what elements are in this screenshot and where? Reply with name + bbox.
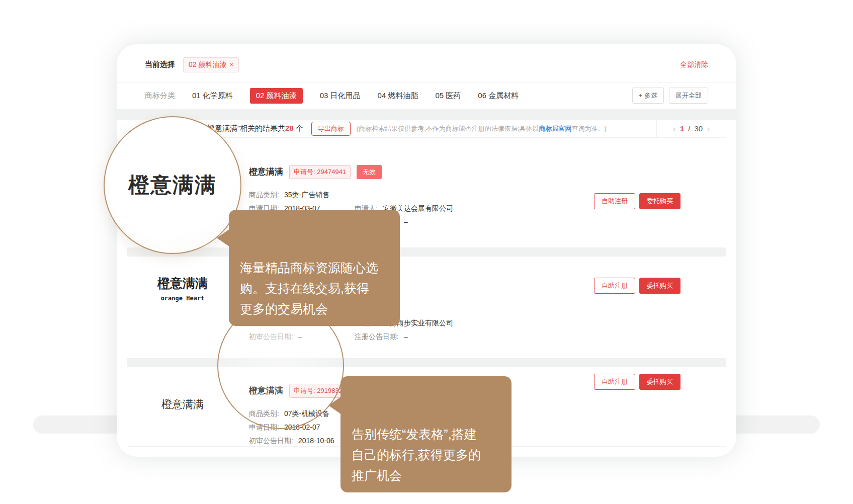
- tab-category-02-active[interactable]: 02 颜料油漆: [250, 88, 303, 104]
- first-publication-label: 初审公告日期:: [249, 437, 293, 444]
- application-number-badge: 申请号: 29474941: [289, 165, 351, 179]
- self-register-button[interactable]: 自助注册: [594, 278, 635, 294]
- trademark-thumbnail: 橙意满满 orange Heart: [148, 259, 217, 318]
- magnified-trademark-text: 橙意满满: [128, 171, 217, 199]
- trademark-name: 橙意满满: [249, 166, 283, 178]
- callout-bubble-trade-text: 海量精品商标资源随心选 购。支持在线交易,获得 更多的交易机会: [240, 261, 378, 316]
- tab-category-06[interactable]: 06 金属材料: [478, 88, 519, 104]
- callout-bubble-trade: 海量精品商标资源随心选 购。支持在线交易,获得 更多的交易机会: [229, 210, 400, 326]
- application-number-label: 申请号:: [294, 168, 315, 176]
- selected-filter-tag-text: 02 颜料油漆: [189, 60, 226, 69]
- row-actions: 自助注册 委托购买: [594, 374, 680, 390]
- page-separator: /: [688, 124, 690, 133]
- registration-publication-label: 注册公告日期:: [355, 333, 399, 340]
- results-summary-suffix: 个: [294, 124, 303, 132]
- callout-arrow-left-icon: [217, 229, 230, 247]
- tab-category-04[interactable]: 04 燃料油脂: [378, 88, 418, 104]
- callout-arrow-left-icon: [328, 396, 342, 414]
- self-register-button[interactable]: 自助注册: [594, 193, 635, 209]
- entrust-buy-button[interactable]: 委托购买: [639, 278, 680, 294]
- trademark-thumbnail-text: 橙意满满: [161, 397, 204, 411]
- trademark-office-link[interactable]: 商标局官网: [539, 125, 571, 132]
- disclaimer-note-suffix: 查询为准。): [571, 125, 606, 132]
- page-next-icon[interactable]: ›: [707, 124, 710, 133]
- registration-publication-value: –: [404, 333, 408, 340]
- remove-filter-icon[interactable]: ×: [229, 61, 233, 68]
- entrust-buy-button[interactable]: 委托购买: [639, 374, 680, 390]
- entrust-buy-button[interactable]: 委托购买: [639, 193, 680, 209]
- registration-publication-value: –: [404, 218, 408, 225]
- multi-select-button[interactable]: + 多选: [632, 88, 664, 104]
- self-register-button[interactable]: 自助注册: [594, 374, 635, 390]
- disclaimer-note-prefix: (商标检索结果仅供参考,不作为商标能否注册的法律依据;具体以: [357, 125, 539, 132]
- tab-category-03[interactable]: 03 日化用品: [320, 88, 361, 104]
- current-selection-label: 当前选择: [145, 60, 175, 69]
- page-total: 30: [694, 124, 703, 133]
- expand-all-button[interactable]: 展开全部: [669, 88, 708, 104]
- category-actions: + 多选 展开全部: [632, 88, 708, 104]
- trademark-thumbnail-text: 橙意满满: [157, 275, 208, 292]
- current-selection-bar: 当前选择 02 颜料油漆 × 全部清除: [117, 44, 736, 82]
- disclaimer-note: (商标检索结果仅供参考,不作为商标能否注册的法律依据;具体以商标局官网查询为准。…: [357, 124, 607, 133]
- row-actions: 自助注册 委托购买: [594, 278, 680, 294]
- category-bar-label: 商标分类: [145, 91, 175, 101]
- selected-filter-tag[interactable]: 02 颜料油漆 ×: [183, 57, 239, 72]
- application-number-value: 29474941: [317, 168, 346, 176]
- callout-bubble-promo: 告别传统“发表格”,搭建 自己的标行,获得更多的 推广机会: [340, 376, 511, 492]
- results-count: 28: [285, 124, 294, 132]
- pagination: ‹ 1 / 30 ›: [656, 120, 726, 137]
- tab-category-01[interactable]: 01 化学原料: [192, 88, 233, 104]
- export-trademarks-button[interactable]: 导出商标: [311, 122, 351, 136]
- first-publication-value: 2018-10-06: [298, 437, 334, 444]
- page-current: 1: [680, 124, 684, 133]
- row-divider: [127, 247, 726, 257]
- category-bar: 商标分类 01 化学原料 02 颜料油漆 03 日化用品 04 燃料油脂 05 …: [117, 82, 736, 109]
- tab-category-05[interactable]: 05 医药: [435, 88, 461, 104]
- row-actions: 自助注册 委托购买: [594, 193, 680, 209]
- category-label: 商品类别:: [249, 191, 279, 198]
- trademark-row: 橙意满满 orange Heart 橙意满满 申请号: 29482153 已注册…: [127, 257, 726, 358]
- category-value: 35类-广告销售: [284, 191, 329, 198]
- status-badge: 无效: [357, 165, 382, 179]
- trademark-thumbnail: 橙意满满: [148, 371, 217, 438]
- page: 当前选择 02 颜料油漆 × 全部清除 商标分类 01 化学原料 02 颜料油漆…: [0, 0, 853, 504]
- callout-bubble-promo-text: 告别传统“发表格”,搭建 自己的标行,获得更多的 推广机会: [352, 427, 481, 482]
- section-divider: [117, 109, 736, 120]
- page-prev-icon[interactable]: ‹: [673, 124, 676, 133]
- clear-all-button[interactable]: 全部清除: [680, 60, 708, 69]
- trademark-thumbnail-subtext: orange Heart: [161, 295, 205, 302]
